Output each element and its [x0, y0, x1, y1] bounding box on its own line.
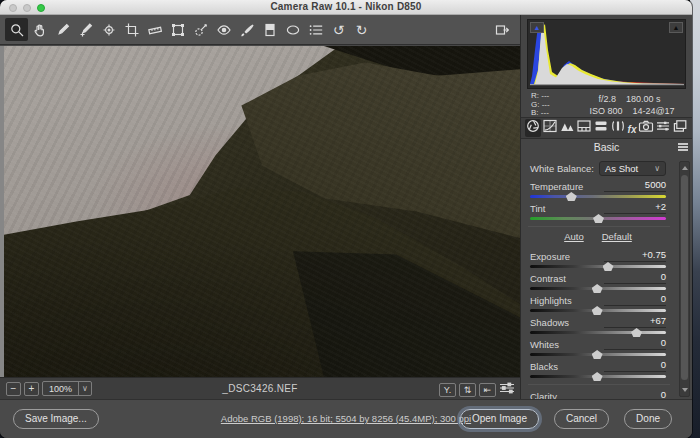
- split-bars-icon: [593, 119, 609, 137]
- mountains-icon: [559, 119, 575, 137]
- tab-camera-calibration[interactable]: [638, 119, 654, 137]
- highlights-slider-row: Highlights0: [530, 293, 666, 315]
- tab-effects[interactable]: fx: [627, 119, 637, 137]
- contrast-slider-track[interactable]: [530, 287, 666, 290]
- bottom-bar: Save Image... Adobe RGB (1998); 16 bit; …: [0, 399, 692, 438]
- contrast-value-field[interactable]: 0: [604, 271, 666, 284]
- shadows-label: Shadows: [530, 317, 569, 328]
- tab-detail[interactable]: [559, 119, 575, 137]
- curve-grid-icon: [542, 119, 558, 137]
- open-image-button[interactable]: Open Image: [460, 409, 539, 429]
- whites-slider-track[interactable]: [530, 353, 666, 356]
- color-bands-icon: [576, 119, 592, 137]
- done-button[interactable]: Done: [624, 409, 672, 429]
- photo-preview[interactable]: [4, 46, 520, 377]
- tab-tone-curve[interactable]: [542, 119, 558, 137]
- toggle-fullscreen-button[interactable]: [490, 18, 513, 41]
- radial-filter-tool-button[interactable]: [281, 18, 304, 41]
- blacks-slider-track[interactable]: [530, 375, 666, 378]
- shadow-clipping-indicator[interactable]: ▲: [530, 22, 544, 33]
- whites-value-field[interactable]: 0: [604, 337, 666, 350]
- clarity-label: Clarity: [530, 391, 557, 399]
- tab-hsl-grayscale[interactable]: [576, 119, 592, 137]
- copy-settings-to-before-button[interactable]: ⇤: [479, 383, 496, 397]
- clarity-value-field[interactable]: 0: [604, 389, 666, 399]
- scroll-down-icon[interactable]: [682, 388, 688, 392]
- whites-slider-thumb[interactable]: [592, 350, 603, 359]
- tab-presets[interactable]: [655, 119, 671, 137]
- temperature-slider-thumb[interactable]: [566, 192, 577, 201]
- eye-icon: [216, 22, 232, 38]
- exposure-slider-row: Exposure+0.75: [530, 249, 666, 271]
- swap-before-after-button[interactable]: ⇅: [459, 383, 476, 397]
- tab-basic[interactable]: [525, 119, 541, 137]
- tint-value-field[interactable]: +2: [604, 201, 666, 214]
- white-balance-tool-button[interactable]: [51, 18, 74, 41]
- contrast-slider-row: Contrast0: [530, 271, 666, 293]
- cancel-button[interactable]: Cancel: [554, 409, 609, 429]
- preview-preferences-button[interactable]: [499, 381, 515, 399]
- b-label: B:: [531, 108, 539, 117]
- before-after-views-button[interactable]: Y.: [439, 383, 456, 397]
- image-canvas[interactable]: [0, 46, 520, 377]
- title-bar[interactable]: Camera Raw 10.1 - Nikon D850: [0, 0, 692, 15]
- highlights-slider-thumb[interactable]: [592, 306, 603, 315]
- straighten-tool-button[interactable]: [143, 18, 166, 41]
- shadows-slider-track[interactable]: [530, 331, 666, 334]
- zoom-tool-button[interactable]: [5, 18, 28, 41]
- hand-icon: [32, 22, 48, 38]
- temperature-value-field[interactable]: 5000: [604, 179, 666, 192]
- scrollbar-thumb[interactable]: [681, 175, 688, 380]
- blacks-value-field[interactable]: 0: [604, 359, 666, 372]
- exposure-value-field[interactable]: +0.75: [604, 249, 666, 262]
- rotate-left-tool-button[interactable]: ↺: [327, 18, 350, 41]
- scroll-up-icon[interactable]: [682, 166, 688, 170]
- crop-tool-button[interactable]: [120, 18, 143, 41]
- temperature-label: Temperature: [530, 181, 583, 192]
- graduated-filter-tool-button[interactable]: [258, 18, 281, 41]
- preferences-tool-button[interactable]: [304, 18, 327, 41]
- aperture-icon: [525, 119, 541, 137]
- adjustment-brush-tool-button[interactable]: [235, 18, 258, 41]
- histogram-plot: [528, 20, 686, 88]
- hand-tool-button[interactable]: [28, 18, 51, 41]
- brush-icon: [239, 22, 255, 38]
- histogram[interactable]: ▲ ▲: [527, 19, 686, 89]
- viewer-status-bar: − + 100% ∨ _DSC3426.NEF Y. ⇅ ⇤: [0, 377, 520, 399]
- heal-brush-icon: [193, 22, 209, 38]
- panel-scrollbar[interactable]: [679, 161, 690, 397]
- tint-slider-track[interactable]: [530, 217, 666, 220]
- contrast-label: Contrast: [530, 273, 566, 284]
- highlights-slider-track[interactable]: [530, 309, 666, 312]
- rotate-right-tool-button[interactable]: ↻: [350, 18, 373, 41]
- camera-raw-window: Camera Raw 10.1 - Nikon D850 ↺↻: [0, 0, 692, 438]
- shadows-slider-thumb[interactable]: [631, 328, 642, 337]
- panel-menu-icon[interactable]: [678, 143, 688, 151]
- color-sampler-tool-button[interactable]: [74, 18, 97, 41]
- tab-lens-corrections[interactable]: [610, 119, 626, 137]
- section-divider: [528, 384, 670, 385]
- blacks-label: Blacks: [530, 361, 558, 372]
- tab-split-toning[interactable]: [593, 119, 609, 137]
- tab-snapshots[interactable]: [672, 119, 688, 137]
- transform-tool-button[interactable]: [166, 18, 189, 41]
- contrast-slider-thumb[interactable]: [592, 284, 603, 293]
- highlight-clipping-indicator[interactable]: ▲: [669, 22, 683, 33]
- default-link[interactable]: Default: [602, 231, 632, 246]
- exposure-slider-track[interactable]: [530, 265, 666, 268]
- photo-texture-overlay: [4, 46, 520, 377]
- white-balance-select[interactable]: As Shot ∨: [599, 161, 666, 176]
- temperature-slider-track[interactable]: [530, 195, 666, 198]
- shadows-value-field[interactable]: +67: [604, 315, 666, 328]
- tint-slider-thumb[interactable]: [593, 214, 604, 223]
- targeted-adjustment-tool-button[interactable]: [97, 18, 120, 41]
- screen: Camera Raw 10.1 - Nikon D850 ↺↻: [0, 0, 700, 438]
- aperture-value: f/2.8: [598, 94, 616, 104]
- blacks-slider-thumb[interactable]: [592, 372, 603, 381]
- highlights-value-field[interactable]: 0: [604, 293, 666, 306]
- exif-readout: R: --- G: --- B: --- f/2.8180.00 s ISO 8…: [521, 89, 692, 117]
- red-eye-tool-button[interactable]: [212, 18, 235, 41]
- auto-link[interactable]: Auto: [564, 231, 584, 246]
- spot-removal-tool-button[interactable]: [189, 18, 212, 41]
- exposure-slider-thumb[interactable]: [603, 262, 614, 271]
